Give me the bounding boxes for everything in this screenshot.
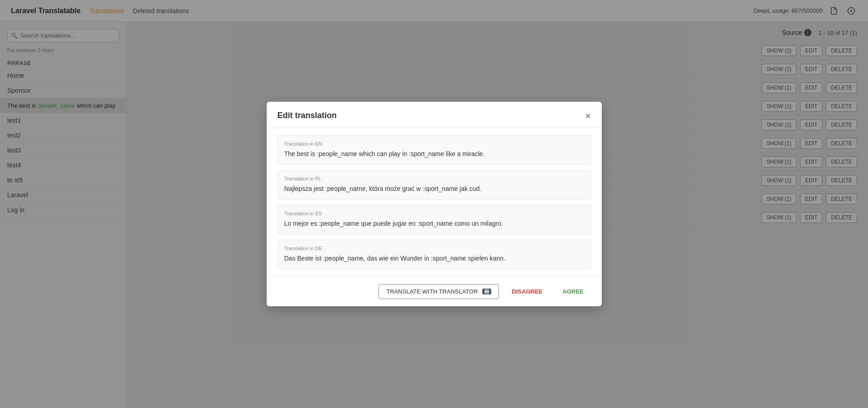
agree-button[interactable]: AGREE [555,285,590,299]
disagree-button[interactable]: DISAGREE [504,285,550,299]
modal-overlay[interactable]: Edit translation × Translation in EN The… [0,0,868,408]
translation-text-en: The best is :people_name which can play … [284,149,584,159]
translation-block-en: Translation in EN The best is :people_na… [278,135,591,165]
modal-close-button[interactable]: × [585,111,591,120]
translation-block-pl: Translation in PL Najlepsza jest :people… [278,170,591,199]
translation-lang-pl: Translation in PL [284,176,584,181]
translation-lang-de: Translation in DE [284,246,584,251]
translate-btn-label: TRANSLATE WITH TRANSLATOR [386,288,478,295]
translate-badge: 🔤 [482,289,491,294]
translate-with-translator-button[interactable]: TRANSLATE WITH TRANSLATOR 🔤 [379,284,499,299]
translation-block-de: Translation in DE Das Beste ist :people_… [278,240,591,269]
modal-body: Translation in EN The best is :people_na… [267,128,602,276]
translation-block-es: Translation in ES Lo mejor es :people_na… [278,205,591,234]
modal-header: Edit translation × [267,102,602,128]
modal-title: Edit translation [278,111,337,120]
translation-text-es: Lo mejor es :people_name que puede jugar… [284,219,584,228]
translation-lang-en: Translation in EN [284,141,584,147]
edit-translation-modal: Edit translation × Translation in EN The… [267,102,602,306]
translation-text-de: Das Beste ist :people_name, das wie ein … [284,254,584,263]
translation-lang-es: Translation in ES [284,211,584,216]
modal-footer: TRANSLATE WITH TRANSLATOR 🔤 DISAGREE AGR… [267,276,602,306]
translation-text-pl: Najlepsza jest :people_name, która może … [284,184,584,194]
